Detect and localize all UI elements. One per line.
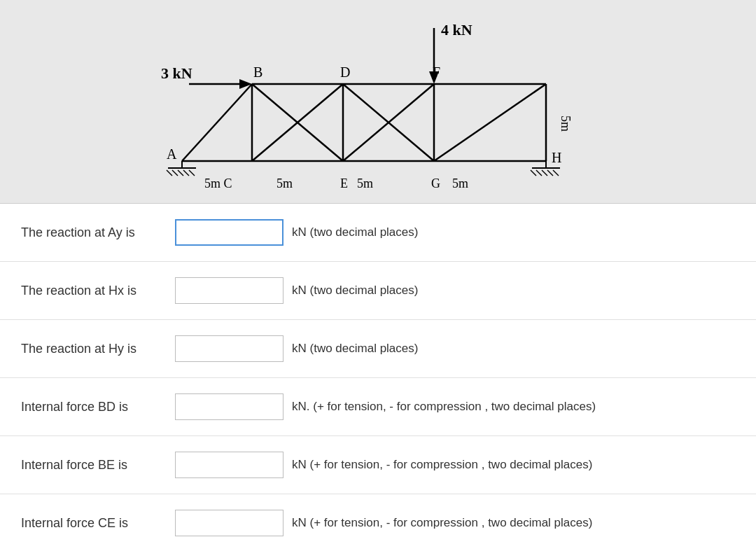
svg-line-2 [167,170,172,176]
label-hy: The reaction at Hy is [21,342,175,356]
svg-text:3 kN: 3 kN [161,64,192,82]
label-ce: Internal force CE is [21,516,175,531]
label-bd: Internal force BD is [21,400,175,414]
svg-text:5m C: 5m C [204,176,232,190]
unit-ay: kN (two decimal places) [292,225,418,239]
svg-line-3 [172,170,178,176]
form-section: The reaction at Ay is kN (two decimal pl… [0,204,756,537]
svg-line-13 [553,170,559,176]
input-bd[interactable] [175,393,284,420]
svg-marker-35 [239,79,252,89]
svg-text:F: F [433,64,440,80]
svg-text:A: A [167,146,177,162]
svg-line-12 [547,170,553,176]
unit-hy: kN (two decimal places) [292,342,418,356]
svg-text:5m: 5m [276,176,293,190]
svg-line-9 [531,170,536,176]
svg-text:G: G [431,176,440,190]
main-container: 4 kN 3 kN 5m C 5m E 5m G 5m [0,0,756,537]
input-hx[interactable] [175,277,284,304]
svg-text:D: D [340,64,350,80]
label-hx: The reaction at Hx is [21,284,175,298]
svg-text:B: B [253,64,262,80]
unit-be: kN (+ for tension, - for compression , t… [292,458,592,472]
truss-diagram: 4 kN 3 kN 5m C 5m E 5m G 5m [119,14,637,196]
svg-line-4 [178,170,183,176]
svg-text:5m: 5m [559,116,573,132]
form-row-be: Internal force BE is kN (+ for tension, … [0,436,756,494]
unit-ce: kN (+ for tension, - for compression , t… [292,516,592,530]
svg-line-22 [182,84,252,161]
form-row-hx: The reaction at Hx is kN (two decimal pl… [0,262,756,320]
form-row-ay: The reaction at Ay is kN (two decimal pl… [0,204,756,262]
svg-line-5 [183,170,189,176]
svg-text:5m: 5m [452,176,468,190]
input-hy[interactable] [175,335,284,362]
input-ay[interactable] [175,219,284,246]
svg-text:5m: 5m [357,176,373,190]
form-row-bd: Internal force BD is kN. (+ for tension,… [0,378,756,436]
input-be[interactable] [175,452,284,478]
svg-line-6 [189,170,195,176]
form-row-hy: The reaction at Hy is kN (two decimal pl… [0,320,756,378]
diagram-section: 4 kN 3 kN 5m C 5m E 5m G 5m [0,0,756,204]
unit-bd: kN. (+ for tension, - for compression , … [292,400,596,414]
form-row-ce: Internal force CE is kN (+ for tension, … [0,494,756,537]
label-ay: The reaction at Ay is [21,225,175,240]
label-be: Internal force BE is [21,458,175,473]
svg-line-30 [434,84,546,161]
svg-text:H: H [552,150,561,165]
svg-text:E: E [340,176,348,190]
svg-line-10 [536,170,542,176]
unit-hx: kN (two decimal places) [292,284,418,298]
svg-text:4 kN: 4 kN [441,21,472,39]
svg-line-11 [542,170,547,176]
input-ce[interactable] [175,510,284,536]
